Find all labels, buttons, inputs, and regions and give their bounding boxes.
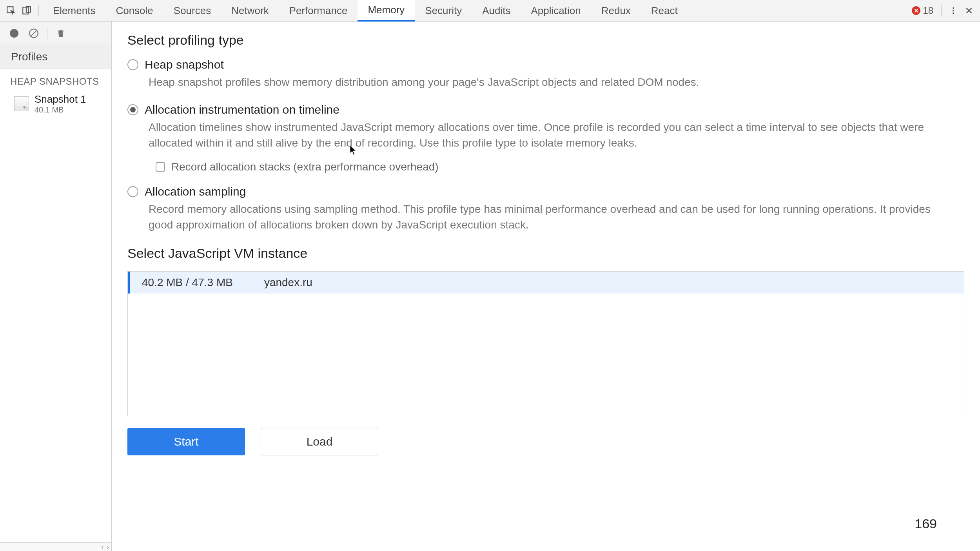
tab-security[interactable]: Security [415, 0, 472, 22]
sidebar-footer-scroll: ‹ › [0, 542, 111, 551]
radio-desc: Record memory allocations using sampling… [149, 201, 948, 233]
kebab-menu-icon[interactable] [946, 3, 961, 18]
divider [47, 28, 47, 39]
checkbox-record-stacks[interactable] [156, 162, 165, 172]
radio-allocation-timeline[interactable] [127, 104, 138, 115]
vm-memory: 40.2 MB / 47.3 MB [142, 276, 233, 289]
error-count: 18 [923, 5, 933, 16]
snapshot-file-icon [14, 96, 29, 111]
tab-redux[interactable]: Redux [591, 0, 641, 22]
radio-allocation-sampling[interactable] [127, 186, 138, 197]
radio-heap-snapshot[interactable] [127, 59, 138, 70]
content-pane: Select profiling type Heap snapshot Heap… [112, 22, 980, 551]
close-icon[interactable] [961, 3, 977, 18]
radio-desc: Allocation timelines show instrumented J… [149, 120, 948, 151]
error-indicator[interactable]: ✕ 18 [912, 5, 937, 16]
record-icon[interactable] [8, 27, 20, 40]
snapshot-size: 40.1 MB [34, 105, 86, 114]
tab-elements[interactable]: Elements [43, 0, 105, 22]
divider [941, 5, 942, 16]
vm-url: yandex.ru [264, 276, 312, 289]
sidebar: Profiles HEAP SNAPSHOTS Snapshot 1 40.1 … [0, 22, 112, 551]
radio-label[interactable]: Allocation sampling [145, 185, 246, 198]
tab-application[interactable]: Application [521, 0, 591, 22]
profiling-type-title: Select profiling type [127, 33, 964, 48]
snapshots-section-label: HEAP SNAPSHOTS [0, 69, 111, 91]
tab-audits[interactable]: Audits [472, 0, 521, 22]
svg-point-6 [10, 29, 18, 38]
radio-desc: Heap snapshot profiles show memory distr… [149, 74, 948, 91]
vm-instance-title: Select JavaScript VM instance [127, 246, 964, 261]
tab-network[interactable]: Network [221, 0, 279, 22]
profiles-header[interactable]: Profiles [0, 45, 111, 69]
tab-memory[interactable]: Memory [358, 0, 415, 22]
snapshot-item[interactable]: Snapshot 1 40.1 MB [0, 91, 111, 117]
inspect-icon[interactable] [3, 3, 19, 18]
clear-icon[interactable] [27, 27, 40, 40]
checkbox-label[interactable]: Record allocation stacks (extra performa… [171, 161, 439, 173]
svg-point-4 [953, 10, 954, 11]
radio-label[interactable]: Heap snapshot [145, 58, 224, 71]
svg-rect-1 [23, 7, 28, 14]
snapshot-name: Snapshot 1 [34, 93, 86, 105]
radio-label[interactable]: Allocation instrumentation on timeline [145, 103, 339, 116]
tab-sources[interactable]: Sources [163, 0, 221, 22]
sidebar-toolbar [0, 22, 111, 45]
svg-point-3 [953, 7, 954, 9]
error-icon: ✕ [912, 6, 920, 15]
start-button[interactable]: Start [127, 428, 245, 455]
tab-console[interactable]: Console [105, 0, 163, 22]
tab-performance[interactable]: Performance [279, 0, 358, 22]
load-button[interactable]: Load [261, 428, 378, 455]
trash-icon[interactable] [54, 27, 67, 40]
divider [38, 5, 39, 16]
vm-instance-row[interactable]: 40.2 MB / 47.3 MB yandex.ru [128, 272, 964, 294]
vm-instance-list: 40.2 MB / 47.3 MB yandex.ru [127, 271, 964, 416]
devtools-tabs: ElementsConsoleSourcesNetworkPerformance… [0, 0, 980, 22]
device-toggle-icon[interactable] [19, 3, 34, 18]
page-number: 169 [915, 516, 937, 531]
svg-point-5 [953, 12, 954, 14]
tab-react[interactable]: React [641, 0, 688, 22]
